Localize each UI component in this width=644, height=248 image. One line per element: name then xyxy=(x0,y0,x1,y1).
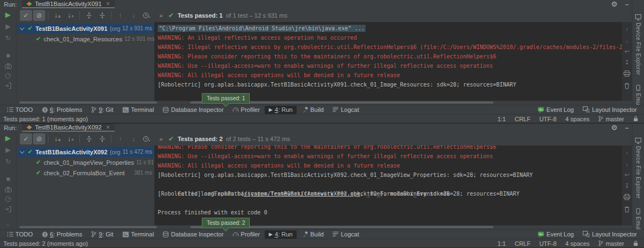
tool-button-run[interactable]: ▶ 4: Run xyxy=(265,230,296,239)
rerun-play-icon[interactable]: ▶ xyxy=(3,134,13,142)
screenshot-camera-icon[interactable] xyxy=(3,187,13,192)
scroll-to-end-icon[interactable]: ↧ xyxy=(624,183,629,189)
toolbar-more-icon[interactable]: » xyxy=(159,136,163,142)
down-stacktrace-icon[interactable]: ↓ xyxy=(625,161,629,167)
screenshot-camera-icon[interactable] xyxy=(3,63,13,69)
tool-button-problems[interactable]: 6: Problems xyxy=(38,230,87,239)
stop-icon[interactable]: ■ xyxy=(3,175,13,183)
print-icon[interactable] xyxy=(624,194,630,201)
scroll-to-end-icon[interactable]: ↧ xyxy=(624,60,629,66)
previous-occurrence-icon[interactable]: ↑ xyxy=(114,133,126,144)
git-branch-widget[interactable]: master xyxy=(598,116,624,122)
next-occurrence-icon[interactable]: ↓ xyxy=(127,133,139,144)
minimize-icon[interactable]: – xyxy=(625,1,629,8)
test-history-clock-icon[interactable] xyxy=(141,133,153,144)
collapse-all-icon[interactable] xyxy=(96,10,108,21)
import-test-results-icon[interactable] xyxy=(3,206,13,212)
tool-button-todo[interactable]: TODO xyxy=(3,230,37,239)
previous-occurrence-icon[interactable]: ↑ xyxy=(114,10,126,21)
toggle-auto-test-icon[interactable]: ↻ xyxy=(3,158,13,165)
layout-inspector-button[interactable]: Layout Inspector xyxy=(579,106,641,114)
down-stacktrace-icon[interactable]: ↓ xyxy=(625,37,629,44)
soft-wrap-icon[interactable]: ↩ xyxy=(624,48,629,55)
print-icon[interactable] xyxy=(624,71,630,78)
line-ending[interactable]: CRLF xyxy=(514,240,530,247)
indent-setting[interactable]: 4 spaces xyxy=(565,240,589,247)
rerun-play-icon[interactable]: ▶ xyxy=(3,10,13,19)
console-output[interactable]: "C:\Program Files\Android\Android Studio… xyxy=(154,22,622,101)
sort-by-duration-icon[interactable]: ↓≡ xyxy=(65,133,77,144)
caret-position[interactable]: 1:1 xyxy=(497,240,506,247)
toggle-auto-test-icon[interactable]: ↻ xyxy=(3,34,13,42)
up-stacktrace-icon[interactable]: ↑ xyxy=(625,150,629,156)
import-test-results-icon[interactable] xyxy=(3,83,13,89)
caret-position[interactable]: 1:1 xyxy=(497,116,506,122)
tool-button-run[interactable]: ▶ 4: Run xyxy=(265,106,296,114)
chevron-down-icon[interactable] xyxy=(20,25,24,30)
lock-icon[interactable] xyxy=(633,116,638,122)
tool-button-build[interactable]: Build xyxy=(298,106,328,114)
sort-alphabetically-icon[interactable]: ↓a xyxy=(51,10,63,21)
tool-button-build[interactable]: Build xyxy=(298,230,328,239)
stop-icon[interactable]: ■ xyxy=(3,52,13,60)
show-ignored-icon[interactable]: ⊘ xyxy=(33,10,45,21)
toolbar-more-icon[interactable]: » xyxy=(159,12,163,19)
tool-button-logcat[interactable]: Logcat xyxy=(329,230,363,239)
settings-gear-icon[interactable]: ⚙ xyxy=(611,1,618,8)
test-tree-root-row[interactable]: ✔ TestB1BasicActivityX091 (org.aplas.t 1… xyxy=(17,23,154,34)
tool-button-logcat[interactable]: Logcat xyxy=(329,106,363,114)
close-tab-icon[interactable]: × xyxy=(106,1,110,7)
git-branch-widget[interactable]: master xyxy=(598,240,624,247)
collapse-all-icon[interactable] xyxy=(96,133,108,144)
test-tree-row[interactable]: ✔ check_01_Image_Resources 12 s 931 ms xyxy=(17,34,154,44)
tool-button-problems[interactable]: 6: Problems xyxy=(38,106,87,114)
test-tree-root-row[interactable]: ✔ TestB1BasicActivityX092 (org.aplas.t 1… xyxy=(17,147,154,157)
chevron-down-icon[interactable] xyxy=(20,149,24,153)
tool-button-terminal[interactable]: Terminal xyxy=(119,106,158,114)
tool-button-database-inspector[interactable]: Database Inspector xyxy=(159,106,227,114)
minimize-icon[interactable]: – xyxy=(625,125,629,131)
device-file-explorer-button[interactable]: Device File Explorer xyxy=(635,14,641,75)
profiler-settings-icon[interactable] xyxy=(3,73,13,79)
layout-inspector-button[interactable]: Layout Inspector xyxy=(579,230,641,239)
show-ignored-icon[interactable]: ⊘ xyxy=(33,133,45,144)
expand-all-icon[interactable] xyxy=(83,133,95,144)
close-tab-icon[interactable]: × xyxy=(106,125,110,130)
sort-by-duration-icon[interactable]: ↓≡ xyxy=(65,10,77,21)
device-file-explorer-button[interactable]: Device File Explorer xyxy=(635,138,641,198)
test-tree-row[interactable]: ✔ check_01_ImageView_Properties 11 s 91 … xyxy=(17,157,154,168)
soft-wrap-icon[interactable]: ↩ xyxy=(624,172,629,178)
tool-button-profiler[interactable]: Profiler xyxy=(229,230,264,239)
up-stacktrace-icon[interactable]: ↑ xyxy=(625,26,629,33)
lock-icon[interactable] xyxy=(633,240,638,246)
run-tab[interactable]: TestB1BasicActivityX092 × xyxy=(22,123,115,132)
event-log-button[interactable]: 9+ Event Log xyxy=(534,106,578,114)
tree-hscrollbar[interactable] xyxy=(19,226,157,228)
tool-button-todo[interactable]: TODO xyxy=(3,106,37,114)
expand-all-icon[interactable] xyxy=(83,10,95,21)
indent-setting[interactable]: 4 spaces xyxy=(565,116,589,122)
line-ending[interactable]: CRLF xyxy=(514,116,530,122)
next-occurrence-icon[interactable]: ↓ xyxy=(127,10,139,21)
test-tree-row[interactable]: ✔ check_02_FormulaBox_Event 381 ms xyxy=(17,168,154,178)
tool-button-database-inspector[interactable]: Database Inspector xyxy=(159,230,227,239)
run-tab[interactable]: TestB1BasicActivityX091 × xyxy=(22,0,115,8)
event-log-button[interactable]: 9+ Event Log xyxy=(534,230,578,239)
show-passed-icon[interactable]: ✓ xyxy=(20,133,32,144)
tool-button-git[interactable]: 9: Git xyxy=(87,106,117,114)
rerun-failed-tests-icon[interactable]: ▶ xyxy=(3,23,13,30)
rerun-failed-tests-icon[interactable]: ▶ xyxy=(3,146,13,154)
settings-gear-icon[interactable]: ⚙ xyxy=(611,124,618,131)
sort-alphabetically-icon[interactable]: ↓a xyxy=(51,133,63,144)
console-output[interactable]: WARNING: Please consider reporting this … xyxy=(154,145,622,225)
test-history-clock-icon[interactable] xyxy=(141,10,153,21)
profiler-settings-icon[interactable] xyxy=(3,196,13,202)
tool-button-profiler[interactable]: Profiler xyxy=(229,106,264,114)
tool-button-terminal[interactable]: Terminal xyxy=(119,230,158,239)
show-passed-icon[interactable]: ✓ xyxy=(20,10,32,21)
clear-console-trash-icon[interactable] xyxy=(624,206,630,214)
file-encoding[interactable]: UTF-8 xyxy=(539,240,556,247)
tool-button-git[interactable]: 9: Git xyxy=(87,230,117,239)
file-encoding[interactable]: UTF-8 xyxy=(539,116,556,122)
tree-hscrollbar[interactable] xyxy=(19,101,157,104)
